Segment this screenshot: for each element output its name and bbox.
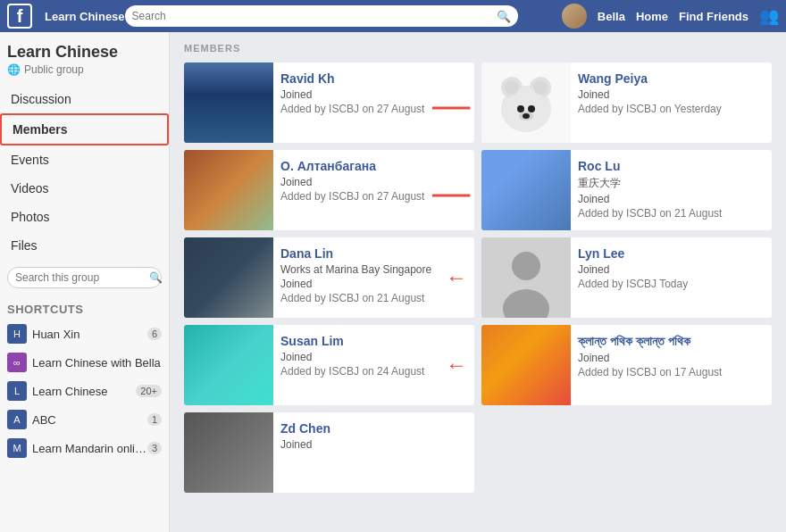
topnav-find-friends-link[interactable]: Find Friends — [679, 10, 748, 23]
sidebar-nav-discussion[interactable]: Discussion — [0, 85, 169, 113]
shortcut-label-learn-mandarin: Learn Mandarin online — [32, 442, 147, 455]
shortcut-label-huan-xin: Huan Xin — [32, 328, 147, 341]
friends-icon[interactable]: 👥 — [759, 6, 779, 26]
shortcut-learn-chinese-bella[interactable]: ∞Learn Chinese with Bella — [0, 348, 169, 377]
svg-point-9 — [528, 105, 535, 112]
shortcut-icon-huan-xin: H — [7, 324, 27, 344]
sidebar-nav: DiscussionMembersEventsVideosPhotosFiles — [0, 85, 169, 260]
member-card-roc-lu[interactable]: Roc Lu重庆大学JoinedAdded by ISCBJ on 21 Aug… — [481, 150, 772, 230]
member-arrow-dana-lin: ← — [446, 265, 467, 290]
svg-point-11 — [523, 113, 530, 119]
member-info-lyn-lee: Lyn LeeJoinedAdded by ISCBJ Today — [571, 237, 772, 299]
shortcut-label-learn-chinese: Learn Chinese — [32, 385, 136, 398]
shortcuts-title: Shortcuts — [0, 295, 169, 320]
topnav-right-section: Bella Home Find Friends 👥 — [562, 4, 779, 29]
topnav-search-input[interactable] — [132, 10, 497, 22]
facebook-logo: f — [7, 4, 32, 29]
member-status-susan-lim: Added by ISCBJ on 24 August — [280, 365, 467, 378]
topnav-search-bar[interactable]: 🔍 — [125, 5, 518, 27]
member-card-susan-lim[interactable]: Susan LimJoinedAdded by ISCBJ on 24 Augu… — [184, 325, 474, 405]
member-photo-lyn-lee — [481, 237, 571, 318]
member-photo-dana-lin — [184, 237, 273, 318]
sidebar-nav-files[interactable]: Files — [0, 231, 169, 260]
member-photo-oltan — [184, 150, 273, 230]
sidebar-nav-events[interactable]: Events — [0, 145, 169, 174]
member-status-bangla: Added by ISCBJ on 17 August — [578, 366, 765, 378]
member-card-lyn-lee[interactable]: Lyn LeeJoinedAdded by ISCBJ Today — [481, 237, 772, 318]
member-name-oltan[interactable]: О. Алтанбагана — [280, 159, 467, 173]
member-sub-zd-chen: Joined — [280, 438, 467, 451]
user-avatar[interactable] — [562, 4, 587, 29]
shortcut-icon-learn-mandarin: M — [7, 438, 27, 458]
topnav-group-title: Learn Chinese — [45, 10, 125, 23]
shortcut-learn-mandarin[interactable]: MLearn Mandarin online3 — [0, 434, 169, 462]
member-sub2-dana-lin: Joined — [280, 278, 467, 290]
member-sub-susan-lim: Joined — [280, 351, 467, 363]
shortcut-count-abc: 1 — [147, 413, 162, 426]
member-name-roc-lu[interactable]: Roc Lu — [578, 159, 765, 173]
member-info-wang-peiya: Wang PeiyaJoinedAdded by ISCBJ on Yester… — [571, 62, 772, 124]
member-card-wang-peiya[interactable]: Wang PeiyaJoinedAdded by ISCBJ on Yester… — [481, 62, 772, 143]
member-info-susan-lim: Susan LimJoinedAdded by ISCBJ on 24 Augu… — [273, 325, 474, 387]
svg-point-6 — [505, 80, 519, 95]
shortcut-count-huan-xin: 6 — [147, 328, 162, 340]
member-name-lyn-lee[interactable]: Lyn Lee — [578, 246, 765, 261]
member-sub-lyn-lee: Joined — [578, 263, 765, 276]
topnav-username[interactable]: Bella — [598, 10, 625, 23]
member-name-susan-lim[interactable]: Susan Lim — [280, 334, 467, 348]
member-name-dana-lin[interactable]: Dana Lin — [280, 246, 467, 261]
search-icon: 🔍 — [497, 10, 511, 23]
member-name-bangla[interactable]: ক্লান্ত পথিক ক্লান্ত পথিক — [578, 334, 765, 349]
svg-point-14 — [512, 252, 540, 280]
member-name-wang-peiya[interactable]: Wang Peiya — [578, 71, 765, 86]
member-status-lyn-lee: Added by ISCBJ Today — [578, 278, 765, 290]
topnav-home-link[interactable]: Home — [636, 10, 668, 23]
shortcut-icon-learn-chinese-bella: ∞ — [7, 353, 27, 372]
member-sub-roc-lu: 重庆大学 — [578, 176, 765, 191]
member-card-oltan[interactable]: О. АлтанбаганаJoinedAdded by ISCBJ on 27… — [184, 150, 474, 230]
member-photo-wang-peiya — [481, 62, 571, 143]
shortcut-count-learn-chinese: 20+ — [136, 385, 162, 397]
member-sub2-roc-lu: Joined — [578, 193, 765, 205]
sidebar-group-type: 🌐 Public group — [0, 63, 169, 85]
member-card-zd-chen[interactable]: Zd ChenJoined — [184, 412, 474, 493]
member-card-dana-lin[interactable]: Dana LinWorks at Marina Bay SingaporeJoi… — [184, 237, 474, 318]
main-content: MEMBERS Ravid KhJoinedAdded by ISCBJ on … — [170, 32, 786, 532]
shortcut-icon-abc: A — [7, 410, 27, 429]
member-status-dana-lin: Added by ISCBJ on 21 August — [280, 292, 467, 304]
member-info-bangla: ক্লান্ত পথিক ক্লান্ত পথিকJoinedAdded by … — [571, 325, 772, 387]
sidebar-search-icon: 🔍 — [149, 271, 163, 284]
sidebar-nav-members[interactable]: Members — [0, 113, 169, 145]
member-sub-bangla: Joined — [578, 352, 765, 364]
sidebar-group-title: Learn Chinese — [0, 43, 169, 63]
globe-icon: 🌐 — [7, 63, 21, 76]
members-section-title: MEMBERS — [184, 43, 772, 54]
main-layout: Learn Chinese 🌐 Public group DiscussionM… — [0, 32, 786, 532]
members-grid: Ravid KhJoinedAdded by ISCBJ on 27 Augus… — [184, 62, 772, 493]
sidebar: Learn Chinese 🌐 Public group DiscussionM… — [0, 32, 170, 532]
sidebar-nav-videos[interactable]: Videos — [0, 174, 169, 203]
member-photo-susan-lim — [184, 325, 273, 405]
shortcut-huan-xin[interactable]: HHuan Xin6 — [0, 320, 169, 348]
sidebar-search-input[interactable] — [15, 271, 149, 284]
member-status-roc-lu: Added by ISCBJ on 21 August — [578, 207, 765, 220]
member-photo-roc-lu — [481, 150, 571, 230]
shortcut-learn-chinese[interactable]: LLearn Chinese20+ — [0, 377, 169, 405]
member-name-ravid-kh[interactable]: Ravid Kh — [280, 71, 467, 86]
shortcut-count-learn-mandarin: 3 — [147, 442, 162, 454]
avatar-image — [562, 4, 587, 29]
member-info-zd-chen: Zd ChenJoined — [273, 412, 474, 461]
svg-point-7 — [533, 80, 548, 95]
shortcut-abc[interactable]: AABC1 — [0, 405, 169, 434]
shortcut-label-learn-chinese-bella: Learn Chinese with Bella — [32, 356, 162, 370]
member-photo-zd-chen — [184, 412, 273, 493]
member-card-bangla[interactable]: ক্লান্ত পথিক ক্লান্ত পথিকJoinedAdded by … — [481, 325, 772, 405]
sidebar-search[interactable]: 🔍 — [7, 267, 162, 288]
member-name-zd-chen[interactable]: Zd Chen — [280, 421, 467, 436]
shortcut-label-abc: ABC — [32, 413, 147, 427]
shortcuts-list: HHuan Xin6∞Learn Chinese with BellaLLear… — [0, 320, 169, 462]
top-navigation: f Learn Chinese 🔍 Bella Home Find Friend… — [0, 0, 786, 32]
svg-point-8 — [517, 105, 524, 112]
member-card-ravid-kh[interactable]: Ravid KhJoinedAdded by ISCBJ on 27 Augus… — [184, 62, 474, 143]
sidebar-nav-photos[interactable]: Photos — [0, 203, 169, 231]
